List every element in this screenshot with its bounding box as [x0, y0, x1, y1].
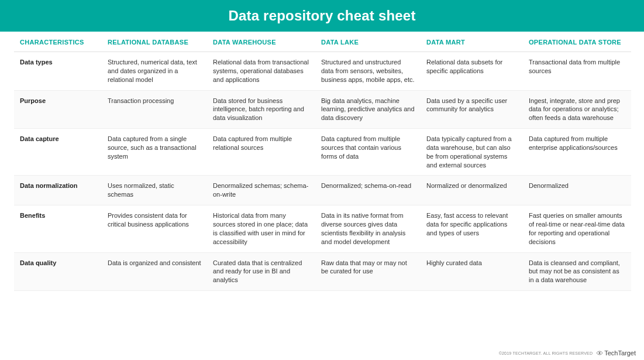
footer-copyright: ©2019 TECHTARGET. ALL RIGHTS RESERVED [499, 351, 593, 355]
col-header-data-warehouse: DATA WAREHOUSE [207, 32, 315, 52]
header-row: CHARACTERISTICS RELATIONAL DATABASE DATA… [14, 32, 631, 52]
row-label: Purpose [14, 90, 102, 129]
table-row: Data qualityData is organized and consis… [14, 252, 631, 291]
page: Data repository cheat sheet CHARACTERIST… [0, 0, 644, 360]
table-row: BenefitsProvides consistent data for cri… [14, 205, 631, 252]
table-cell: Denormalized [523, 176, 631, 205]
table-cell: Data is cleansed and compliant, but may … [523, 252, 631, 291]
table-cell: Data typically captured from a data ware… [421, 129, 523, 176]
table-cell: Provides consistent data for critical bu… [102, 205, 207, 252]
row-label: Data types [14, 52, 102, 91]
table-cell: Structured, numerical data, text and dat… [102, 52, 207, 91]
col-header-relational-database: RELATIONAL DATABASE [102, 32, 207, 52]
page-title: Data repository cheat sheet [228, 8, 415, 24]
table-cell: Curated data that is centralized and rea… [207, 252, 315, 291]
footer: ©2019 TECHTARGET. ALL RIGHTS RESERVED Te… [499, 349, 636, 356]
table-cell: Uses normalized, static schemas [102, 176, 207, 205]
row-label: Benefits [14, 205, 102, 252]
table-cell: Raw data that may or may not be curated … [315, 252, 421, 291]
table-cell: Big data analytics, machine learning, pr… [315, 90, 421, 129]
table-cell: Data captured from multiple relational s… [207, 129, 315, 176]
row-label: Data normalization [14, 176, 102, 205]
table-cell: Relational data from transactional syste… [207, 52, 315, 91]
table-cell: Fast queries on smaller amounts of real-… [523, 205, 631, 252]
table-cell: Historical data from many sources stored… [207, 205, 315, 252]
table-cell: Relational data subsets for specific app… [421, 52, 523, 91]
table-wrap: CHARACTERISTICS RELATIONAL DATABASE DATA… [0, 32, 644, 291]
col-header-characteristics: CHARACTERISTICS [14, 32, 102, 52]
row-label: Data quality [14, 252, 102, 291]
table-cell: Easy, fast access to relevant data for s… [421, 205, 523, 252]
title-bar: Data repository cheat sheet [0, 0, 644, 32]
col-header-data-mart: DATA MART [421, 32, 523, 52]
table-cell: Data used by a specific user community f… [421, 90, 523, 129]
table-cell: Data captured from multiple enterprise a… [523, 129, 631, 176]
row-label: Data capture [14, 129, 102, 176]
table-row: Data typesStructured, numerical data, te… [14, 52, 631, 91]
table-cell: Normalized or denormalized [421, 176, 523, 205]
table-head: CHARACTERISTICS RELATIONAL DATABASE DATA… [14, 32, 631, 52]
table-cell: Transactional data from multiple sources [523, 52, 631, 91]
col-header-operational-data-store: OPERATIONAL DATA STORE [523, 32, 631, 52]
table-cell: Highly curated data [421, 252, 523, 291]
table-row: PurposeTransaction processingData stored… [14, 90, 631, 129]
footer-brand-text: TechTarget [604, 349, 636, 356]
table-cell: Transaction processing [102, 90, 207, 129]
table-cell: Denormalized schemas; schema-on-write [207, 176, 315, 205]
table-cell: Structured and unstructured data from se… [315, 52, 421, 91]
table-cell: Data is organized and consistent [102, 252, 207, 291]
comparison-table: CHARACTERISTICS RELATIONAL DATABASE DATA… [14, 32, 631, 291]
table-row: Data captureData captured from a single … [14, 129, 631, 176]
table-body: Data typesStructured, numerical data, te… [14, 52, 631, 291]
footer-brand: TechTarget [596, 349, 636, 356]
table-cell: Data in its native format from diverse s… [315, 205, 421, 252]
table-cell: Ingest, integrate, store and prep data f… [523, 90, 631, 129]
table-cell: Data stored for business intelligence, b… [207, 90, 315, 129]
col-header-data-lake: DATA LAKE [315, 32, 421, 52]
eye-icon [596, 351, 603, 355]
svg-point-0 [599, 352, 601, 354]
table-row: Data normalizationUses normalized, stati… [14, 176, 631, 205]
table-cell: Data captured from multiple sources that… [315, 129, 421, 176]
table-cell: Data captured from a single source, such… [102, 129, 207, 176]
table-cell: Denormalized; schema-on-read [315, 176, 421, 205]
